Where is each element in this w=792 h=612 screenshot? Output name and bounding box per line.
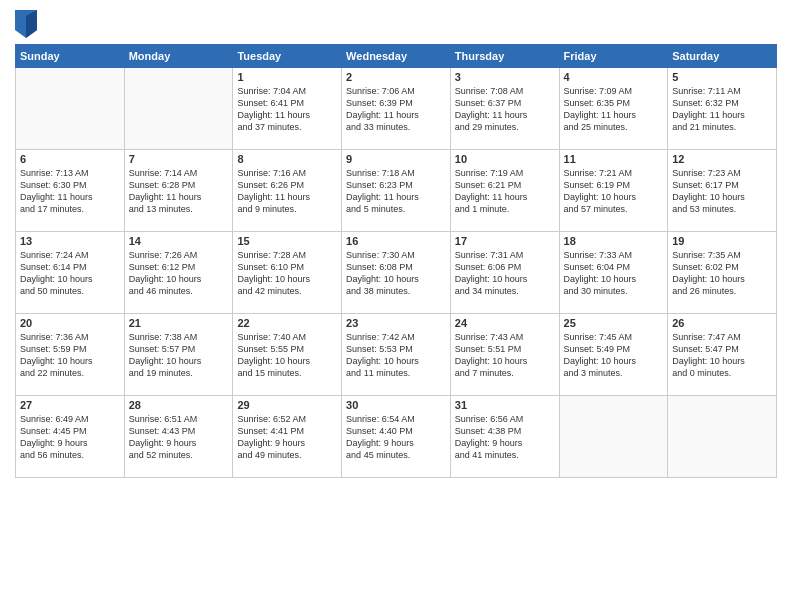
calendar-cell: 30Sunrise: 6:54 AM Sunset: 4:40 PM Dayli… — [342, 396, 451, 478]
calendar-cell: 21Sunrise: 7:38 AM Sunset: 5:57 PM Dayli… — [124, 314, 233, 396]
day-number: 16 — [346, 235, 446, 247]
calendar-cell: 12Sunrise: 7:23 AM Sunset: 6:17 PM Dayli… — [668, 150, 777, 232]
calendar: SundayMondayTuesdayWednesdayThursdayFrid… — [15, 44, 777, 478]
day-number: 5 — [672, 71, 772, 83]
day-header-monday: Monday — [124, 45, 233, 68]
day-number: 14 — [129, 235, 229, 247]
day-number: 27 — [20, 399, 120, 411]
calendar-cell: 31Sunrise: 6:56 AM Sunset: 4:38 PM Dayli… — [450, 396, 559, 478]
calendar-cell: 13Sunrise: 7:24 AM Sunset: 6:14 PM Dayli… — [16, 232, 125, 314]
logo — [15, 10, 39, 38]
day-number: 24 — [455, 317, 555, 329]
day-info: Sunrise: 7:30 AM Sunset: 6:08 PM Dayligh… — [346, 249, 446, 298]
day-number: 2 — [346, 71, 446, 83]
day-info: Sunrise: 7:24 AM Sunset: 6:14 PM Dayligh… — [20, 249, 120, 298]
page: SundayMondayTuesdayWednesdayThursdayFrid… — [0, 0, 792, 612]
calendar-cell: 16Sunrise: 7:30 AM Sunset: 6:08 PM Dayli… — [342, 232, 451, 314]
day-info: Sunrise: 7:14 AM Sunset: 6:28 PM Dayligh… — [129, 167, 229, 216]
day-header-wednesday: Wednesday — [342, 45, 451, 68]
day-info: Sunrise: 7:45 AM Sunset: 5:49 PM Dayligh… — [564, 331, 664, 380]
calendar-cell: 4Sunrise: 7:09 AM Sunset: 6:35 PM Daylig… — [559, 68, 668, 150]
calendar-week-3: 13Sunrise: 7:24 AM Sunset: 6:14 PM Dayli… — [16, 232, 777, 314]
day-header-friday: Friday — [559, 45, 668, 68]
day-info: Sunrise: 7:38 AM Sunset: 5:57 PM Dayligh… — [129, 331, 229, 380]
calendar-week-5: 27Sunrise: 6:49 AM Sunset: 4:45 PM Dayli… — [16, 396, 777, 478]
day-info: Sunrise: 7:13 AM Sunset: 6:30 PM Dayligh… — [20, 167, 120, 216]
day-info: Sunrise: 6:51 AM Sunset: 4:43 PM Dayligh… — [129, 413, 229, 462]
day-number: 9 — [346, 153, 446, 165]
day-number: 21 — [129, 317, 229, 329]
day-number: 22 — [237, 317, 337, 329]
calendar-cell: 2Sunrise: 7:06 AM Sunset: 6:39 PM Daylig… — [342, 68, 451, 150]
day-info: Sunrise: 7:35 AM Sunset: 6:02 PM Dayligh… — [672, 249, 772, 298]
calendar-cell: 17Sunrise: 7:31 AM Sunset: 6:06 PM Dayli… — [450, 232, 559, 314]
day-info: Sunrise: 7:23 AM Sunset: 6:17 PM Dayligh… — [672, 167, 772, 216]
day-number: 29 — [237, 399, 337, 411]
day-header-tuesday: Tuesday — [233, 45, 342, 68]
day-info: Sunrise: 7:43 AM Sunset: 5:51 PM Dayligh… — [455, 331, 555, 380]
calendar-cell: 20Sunrise: 7:36 AM Sunset: 5:59 PM Dayli… — [16, 314, 125, 396]
day-info: Sunrise: 7:40 AM Sunset: 5:55 PM Dayligh… — [237, 331, 337, 380]
day-info: Sunrise: 7:08 AM Sunset: 6:37 PM Dayligh… — [455, 85, 555, 134]
day-number: 11 — [564, 153, 664, 165]
calendar-week-2: 6Sunrise: 7:13 AM Sunset: 6:30 PM Daylig… — [16, 150, 777, 232]
calendar-week-1: 1Sunrise: 7:04 AM Sunset: 6:41 PM Daylig… — [16, 68, 777, 150]
day-info: Sunrise: 7:28 AM Sunset: 6:10 PM Dayligh… — [237, 249, 337, 298]
day-number: 12 — [672, 153, 772, 165]
calendar-cell: 5Sunrise: 7:11 AM Sunset: 6:32 PM Daylig… — [668, 68, 777, 150]
calendar-cell — [124, 68, 233, 150]
calendar-cell: 14Sunrise: 7:26 AM Sunset: 6:12 PM Dayli… — [124, 232, 233, 314]
day-number: 25 — [564, 317, 664, 329]
day-number: 10 — [455, 153, 555, 165]
day-info: Sunrise: 6:52 AM Sunset: 4:41 PM Dayligh… — [237, 413, 337, 462]
calendar-cell: 11Sunrise: 7:21 AM Sunset: 6:19 PM Dayli… — [559, 150, 668, 232]
day-number: 4 — [564, 71, 664, 83]
day-info: Sunrise: 7:11 AM Sunset: 6:32 PM Dayligh… — [672, 85, 772, 134]
calendar-cell: 24Sunrise: 7:43 AM Sunset: 5:51 PM Dayli… — [450, 314, 559, 396]
day-info: Sunrise: 7:04 AM Sunset: 6:41 PM Dayligh… — [237, 85, 337, 134]
day-number: 8 — [237, 153, 337, 165]
calendar-cell: 19Sunrise: 7:35 AM Sunset: 6:02 PM Dayli… — [668, 232, 777, 314]
day-info: Sunrise: 7:26 AM Sunset: 6:12 PM Dayligh… — [129, 249, 229, 298]
calendar-cell: 26Sunrise: 7:47 AM Sunset: 5:47 PM Dayli… — [668, 314, 777, 396]
logo-icon — [15, 10, 37, 38]
day-number: 19 — [672, 235, 772, 247]
calendar-cell: 27Sunrise: 6:49 AM Sunset: 4:45 PM Dayli… — [16, 396, 125, 478]
day-info: Sunrise: 7:21 AM Sunset: 6:19 PM Dayligh… — [564, 167, 664, 216]
day-number: 13 — [20, 235, 120, 247]
day-number: 20 — [20, 317, 120, 329]
calendar-cell: 10Sunrise: 7:19 AM Sunset: 6:21 PM Dayli… — [450, 150, 559, 232]
calendar-cell: 18Sunrise: 7:33 AM Sunset: 6:04 PM Dayli… — [559, 232, 668, 314]
day-number: 31 — [455, 399, 555, 411]
day-info: Sunrise: 6:56 AM Sunset: 4:38 PM Dayligh… — [455, 413, 555, 462]
day-info: Sunrise: 7:33 AM Sunset: 6:04 PM Dayligh… — [564, 249, 664, 298]
day-number: 30 — [346, 399, 446, 411]
day-number: 15 — [237, 235, 337, 247]
calendar-cell: 29Sunrise: 6:52 AM Sunset: 4:41 PM Dayli… — [233, 396, 342, 478]
day-info: Sunrise: 7:09 AM Sunset: 6:35 PM Dayligh… — [564, 85, 664, 134]
calendar-cell: 9Sunrise: 7:18 AM Sunset: 6:23 PM Daylig… — [342, 150, 451, 232]
day-info: Sunrise: 7:16 AM Sunset: 6:26 PM Dayligh… — [237, 167, 337, 216]
day-number: 17 — [455, 235, 555, 247]
calendar-week-4: 20Sunrise: 7:36 AM Sunset: 5:59 PM Dayli… — [16, 314, 777, 396]
calendar-cell: 22Sunrise: 7:40 AM Sunset: 5:55 PM Dayli… — [233, 314, 342, 396]
day-header-sunday: Sunday — [16, 45, 125, 68]
day-number: 6 — [20, 153, 120, 165]
header — [15, 10, 777, 38]
day-info: Sunrise: 7:47 AM Sunset: 5:47 PM Dayligh… — [672, 331, 772, 380]
calendar-cell: 3Sunrise: 7:08 AM Sunset: 6:37 PM Daylig… — [450, 68, 559, 150]
calendar-cell: 6Sunrise: 7:13 AM Sunset: 6:30 PM Daylig… — [16, 150, 125, 232]
calendar-cell: 8Sunrise: 7:16 AM Sunset: 6:26 PM Daylig… — [233, 150, 342, 232]
calendar-cell — [668, 396, 777, 478]
day-info: Sunrise: 7:18 AM Sunset: 6:23 PM Dayligh… — [346, 167, 446, 216]
day-number: 3 — [455, 71, 555, 83]
day-number: 7 — [129, 153, 229, 165]
calendar-cell: 25Sunrise: 7:45 AM Sunset: 5:49 PM Dayli… — [559, 314, 668, 396]
calendar-cell: 28Sunrise: 6:51 AM Sunset: 4:43 PM Dayli… — [124, 396, 233, 478]
calendar-cell — [559, 396, 668, 478]
day-info: Sunrise: 6:49 AM Sunset: 4:45 PM Dayligh… — [20, 413, 120, 462]
calendar-header-row: SundayMondayTuesdayWednesdayThursdayFrid… — [16, 45, 777, 68]
day-number: 23 — [346, 317, 446, 329]
day-number: 18 — [564, 235, 664, 247]
calendar-cell: 7Sunrise: 7:14 AM Sunset: 6:28 PM Daylig… — [124, 150, 233, 232]
